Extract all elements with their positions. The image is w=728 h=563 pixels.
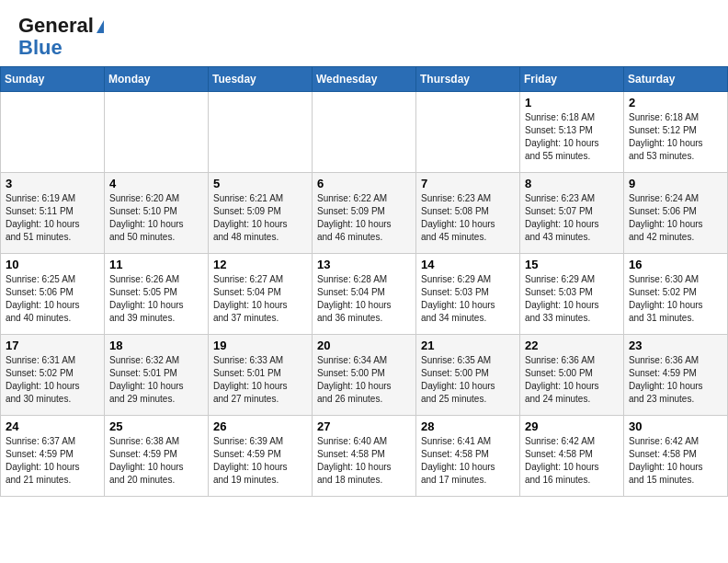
weekday-header-friday: Friday	[520, 67, 624, 92]
calendar-cell: 3Sunrise: 6:19 AM Sunset: 5:11 PM Daylig…	[1, 173, 105, 254]
weekday-header-wednesday: Wednesday	[313, 67, 416, 92]
calendar-cell: 25Sunrise: 6:38 AM Sunset: 4:59 PM Dayli…	[105, 416, 209, 497]
day-info: Sunrise: 6:18 AM Sunset: 5:13 PM Dayligh…	[525, 111, 619, 163]
calendar-cell: 21Sunrise: 6:35 AM Sunset: 5:00 PM Dayli…	[416, 335, 520, 416]
day-info: Sunrise: 6:29 AM Sunset: 5:03 PM Dayligh…	[525, 273, 619, 325]
day-info: Sunrise: 6:23 AM Sunset: 5:08 PM Dayligh…	[421, 192, 515, 244]
day-number: 24	[6, 419, 99, 433]
calendar-cell	[313, 92, 416, 173]
day-number: 12	[213, 258, 307, 271]
calendar-cell: 15Sunrise: 6:29 AM Sunset: 5:03 PM Dayli…	[520, 254, 624, 335]
day-info: Sunrise: 6:21 AM Sunset: 5:09 PM Dayligh…	[213, 192, 307, 244]
day-info: Sunrise: 6:38 AM Sunset: 4:59 PM Dayligh…	[109, 435, 203, 487]
day-number: 20	[317, 339, 411, 352]
day-number: 28	[421, 419, 515, 433]
weekday-header-monday: Monday	[105, 67, 209, 92]
calendar-cell: 30Sunrise: 6:42 AM Sunset: 4:58 PM Dayli…	[624, 416, 728, 497]
calendar-cell	[1, 92, 105, 173]
day-info: Sunrise: 6:20 AM Sunset: 5:10 PM Dayligh…	[109, 192, 203, 244]
calendar-cell	[209, 92, 313, 173]
day-number: 1	[525, 96, 619, 109]
calendar-table: SundayMondayTuesdayWednesdayThursdayFrid…	[0, 66, 728, 497]
day-info: Sunrise: 6:37 AM Sunset: 4:59 PM Dayligh…	[6, 435, 99, 487]
weekday-header-tuesday: Tuesday	[209, 67, 313, 92]
day-info: Sunrise: 6:42 AM Sunset: 4:58 PM Dayligh…	[525, 435, 619, 487]
calendar-cell: 24Sunrise: 6:37 AM Sunset: 4:59 PM Dayli…	[1, 416, 105, 497]
day-info: Sunrise: 6:23 AM Sunset: 5:07 PM Dayligh…	[525, 192, 619, 244]
day-number: 6	[317, 177, 411, 190]
page-header: General Blue	[0, 0, 728, 66]
calendar-cell: 20Sunrise: 6:34 AM Sunset: 5:00 PM Dayli…	[313, 335, 416, 416]
calendar-cell: 1Sunrise: 6:18 AM Sunset: 5:13 PM Daylig…	[520, 92, 624, 173]
logo-text: General	[18, 15, 104, 37]
calendar-cell: 11Sunrise: 6:26 AM Sunset: 5:05 PM Dayli…	[105, 254, 209, 335]
day-number: 2	[629, 96, 722, 109]
day-info: Sunrise: 6:41 AM Sunset: 4:58 PM Dayligh…	[421, 435, 515, 487]
weekday-header-saturday: Saturday	[624, 67, 728, 92]
day-number: 9	[629, 177, 722, 190]
weekday-header-thursday: Thursday	[416, 67, 520, 92]
day-info: Sunrise: 6:30 AM Sunset: 5:02 PM Dayligh…	[629, 273, 722, 325]
calendar-cell: 28Sunrise: 6:41 AM Sunset: 4:58 PM Dayli…	[416, 416, 520, 497]
day-info: Sunrise: 6:22 AM Sunset: 5:09 PM Dayligh…	[317, 192, 411, 244]
day-info: Sunrise: 6:40 AM Sunset: 4:58 PM Dayligh…	[317, 435, 411, 487]
weekday-header-sunday: Sunday	[1, 67, 105, 92]
day-info: Sunrise: 6:19 AM Sunset: 5:11 PM Dayligh…	[6, 192, 99, 244]
calendar-cell: 14Sunrise: 6:29 AM Sunset: 5:03 PM Dayli…	[416, 254, 520, 335]
calendar-cell: 12Sunrise: 6:27 AM Sunset: 5:04 PM Dayli…	[209, 254, 313, 335]
calendar-cell: 9Sunrise: 6:24 AM Sunset: 5:06 PM Daylig…	[624, 173, 728, 254]
logo: General Blue	[18, 15, 104, 59]
day-number: 21	[421, 339, 515, 352]
day-info: Sunrise: 6:24 AM Sunset: 5:06 PM Dayligh…	[629, 192, 722, 244]
day-number: 3	[6, 177, 99, 190]
day-number: 16	[629, 258, 722, 271]
calendar-cell	[105, 92, 209, 173]
calendar-cell: 18Sunrise: 6:32 AM Sunset: 5:01 PM Dayli…	[105, 335, 209, 416]
day-number: 4	[109, 177, 203, 190]
day-number: 8	[525, 177, 619, 190]
calendar-cell: 22Sunrise: 6:36 AM Sunset: 5:00 PM Dayli…	[520, 335, 624, 416]
calendar-cell: 6Sunrise: 6:22 AM Sunset: 5:09 PM Daylig…	[313, 173, 416, 254]
calendar-cell	[416, 92, 520, 173]
day-info: Sunrise: 6:33 AM Sunset: 5:01 PM Dayligh…	[213, 354, 307, 406]
day-info: Sunrise: 6:29 AM Sunset: 5:03 PM Dayligh…	[421, 273, 515, 325]
calendar-cell: 13Sunrise: 6:28 AM Sunset: 5:04 PM Dayli…	[313, 254, 416, 335]
calendar-cell: 4Sunrise: 6:20 AM Sunset: 5:10 PM Daylig…	[105, 173, 209, 254]
calendar-cell: 29Sunrise: 6:42 AM Sunset: 4:58 PM Dayli…	[520, 416, 624, 497]
day-number: 15	[525, 258, 619, 271]
day-info: Sunrise: 6:31 AM Sunset: 5:02 PM Dayligh…	[6, 354, 99, 406]
day-number: 17	[6, 339, 99, 352]
calendar-cell: 16Sunrise: 6:30 AM Sunset: 5:02 PM Dayli…	[624, 254, 728, 335]
day-number: 30	[629, 419, 722, 433]
day-number: 29	[525, 419, 619, 433]
calendar-cell: 7Sunrise: 6:23 AM Sunset: 5:08 PM Daylig…	[416, 173, 520, 254]
calendar-cell: 2Sunrise: 6:18 AM Sunset: 5:12 PM Daylig…	[624, 92, 728, 173]
day-number: 7	[421, 177, 515, 190]
day-info: Sunrise: 6:26 AM Sunset: 5:05 PM Dayligh…	[109, 273, 203, 325]
day-number: 18	[109, 339, 203, 352]
day-info: Sunrise: 6:27 AM Sunset: 5:04 PM Dayligh…	[213, 273, 307, 325]
day-number: 26	[213, 419, 307, 433]
day-info: Sunrise: 6:35 AM Sunset: 5:00 PM Dayligh…	[421, 354, 515, 406]
day-info: Sunrise: 6:34 AM Sunset: 5:00 PM Dayligh…	[317, 354, 411, 406]
calendar-cell: 23Sunrise: 6:36 AM Sunset: 4:59 PM Dayli…	[624, 335, 728, 416]
calendar-cell: 27Sunrise: 6:40 AM Sunset: 4:58 PM Dayli…	[313, 416, 416, 497]
calendar-cell: 5Sunrise: 6:21 AM Sunset: 5:09 PM Daylig…	[209, 173, 313, 254]
day-number: 11	[109, 258, 203, 271]
calendar-cell: 26Sunrise: 6:39 AM Sunset: 4:59 PM Dayli…	[209, 416, 313, 497]
calendar-cell: 19Sunrise: 6:33 AM Sunset: 5:01 PM Dayli…	[209, 335, 313, 416]
day-number: 23	[629, 339, 722, 352]
day-info: Sunrise: 6:42 AM Sunset: 4:58 PM Dayligh…	[629, 435, 722, 487]
day-info: Sunrise: 6:36 AM Sunset: 5:00 PM Dayligh…	[525, 354, 619, 406]
calendar-cell: 8Sunrise: 6:23 AM Sunset: 5:07 PM Daylig…	[520, 173, 624, 254]
day-number: 25	[109, 419, 203, 433]
day-number: 14	[421, 258, 515, 271]
day-number: 10	[6, 258, 99, 271]
logo-text-blue: Blue	[18, 36, 63, 59]
calendar-cell: 10Sunrise: 6:25 AM Sunset: 5:06 PM Dayli…	[1, 254, 105, 335]
day-info: Sunrise: 6:39 AM Sunset: 4:59 PM Dayligh…	[213, 435, 307, 487]
day-number: 19	[213, 339, 307, 352]
day-number: 5	[213, 177, 307, 190]
day-info: Sunrise: 6:32 AM Sunset: 5:01 PM Dayligh…	[109, 354, 203, 406]
calendar-cell: 17Sunrise: 6:31 AM Sunset: 5:02 PM Dayli…	[1, 335, 105, 416]
